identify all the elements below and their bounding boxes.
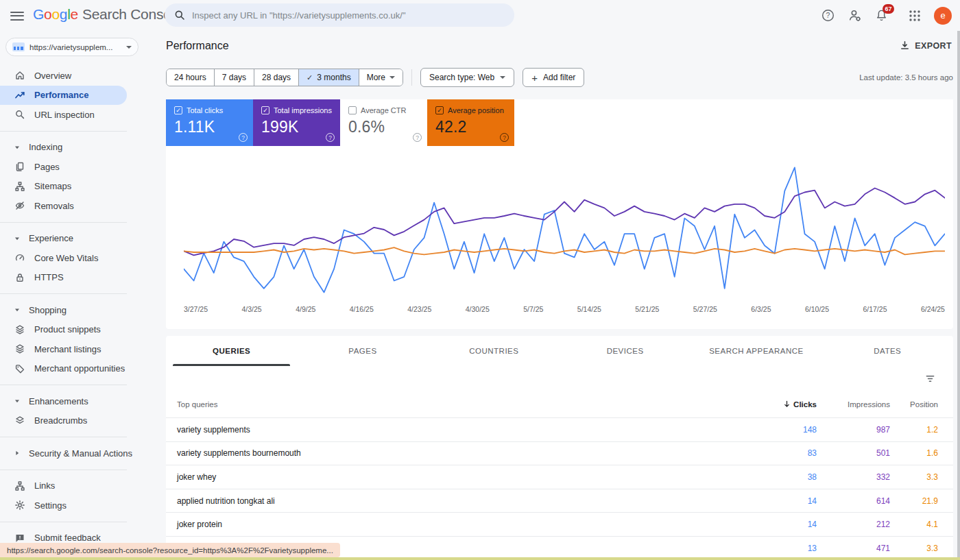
sidebar-item-https[interactable]: HTTPS	[0, 268, 144, 288]
sidebar-item-merchant-listings[interactable]: Merchant listings	[0, 339, 144, 359]
impressions-header[interactable]: Impressions	[817, 400, 890, 409]
url-inspect-searchbar[interactable]	[165, 3, 514, 27]
sidebar-item-pages[interactable]: Pages	[0, 157, 144, 177]
property-selector[interactable]: https://varietysupplem...	[5, 38, 139, 56]
help-icon[interactable]: ?	[413, 133, 422, 142]
sidebar-section-shopping[interactable]: Shopping	[0, 300, 144, 320]
app-logo[interactable]: Google Search Console	[33, 6, 182, 23]
removals-icon	[14, 200, 25, 212]
tab-devices[interactable]: DEVICES	[560, 336, 691, 366]
chevron-down-icon	[126, 46, 132, 49]
filter-funnel-icon[interactable]	[925, 374, 935, 384]
clicks-cell: 148	[748, 425, 817, 435]
product-snippets-icon	[14, 324, 25, 335]
top-queries-header: Top queries	[166, 400, 748, 409]
tab-dates[interactable]: DATES	[822, 336, 953, 366]
help-icon[interactable]: ?	[326, 133, 335, 142]
table-row[interactable]: variety supplements1489871.2	[166, 418, 953, 442]
tab-countries[interactable]: COUNTRIES	[429, 336, 560, 366]
x-tick-label: 4/9/25	[296, 305, 315, 313]
tab-queries[interactable]: QUERIES	[166, 336, 297, 366]
range-chip-24-hours[interactable]: 24 hours	[167, 69, 215, 86]
google-apps-grid-icon[interactable]	[907, 8, 922, 23]
table-row[interactable]: joker whey383323.3	[166, 465, 953, 489]
sidebar-item-label: Overview	[34, 71, 71, 81]
filter-row: 24 hours7 days28 days✓3 monthsMore Searc…	[166, 68, 953, 87]
sidebar-item-performance[interactable]: Performance	[0, 86, 127, 106]
sidebar-item-label: Sitemaps	[34, 181, 71, 191]
export-button[interactable]: EXPORT	[900, 40, 952, 51]
sidebar-section-enhancements[interactable]: Enhancements	[0, 391, 144, 411]
menu-icon[interactable]	[10, 9, 24, 21]
property-thumbnail-icon	[12, 42, 25, 51]
tab-pages[interactable]: PAGES	[297, 336, 428, 366]
vertical-scrollbar[interactable]	[957, 31, 960, 560]
position-cell: 21.9	[890, 496, 953, 506]
sidebar-item-removals[interactable]: Removals	[0, 196, 144, 216]
url-inspect-input[interactable]	[192, 10, 505, 21]
metric-card-average-position[interactable]: ✓Average position42.2?	[427, 99, 514, 146]
chevron-down-icon	[500, 76, 505, 79]
help-icon[interactable]: ?	[820, 8, 835, 23]
checkbox-checked-icon[interactable]: ✓	[174, 106, 182, 114]
account-avatar[interactable]: e	[934, 7, 952, 25]
sidebar-item-label: Indexing	[29, 142, 62, 152]
sidebar-divider	[0, 131, 127, 132]
sidebar-item-breadcrumbs[interactable]: Breadcrumbs	[0, 411, 144, 431]
impressions-cell: 987	[817, 425, 890, 435]
https-lock-icon	[14, 271, 25, 283]
range-chip-3-months[interactable]: ✓3 months	[299, 69, 359, 86]
sidebar-item-label: HTTPS	[34, 272, 64, 282]
sidebar-item-core-web-vitals[interactable]: Core Web Vitals	[0, 248, 144, 268]
sidebar-item-label: Merchant listings	[34, 344, 101, 354]
sidebar-item-label: Pages	[34, 162, 60, 172]
checkbox-unchecked-icon[interactable]	[348, 106, 357, 114]
clicks-header[interactable]: Clicks	[748, 400, 817, 409]
tab-search-appearance[interactable]: SEARCH APPEARANCE	[691, 336, 821, 366]
range-chip-7-days[interactable]: 7 days	[215, 69, 254, 86]
sidebar-section-indexing[interactable]: Indexing	[0, 138, 144, 158]
metric-card-total-clicks[interactable]: ✓Total clicks1.11K?	[166, 99, 253, 146]
checkbox-checked-icon[interactable]: ✓	[261, 106, 269, 114]
sidebar-divider	[0, 470, 127, 470]
search-type-chip[interactable]: Search type: Web	[420, 68, 514, 87]
sidebar-item-merchant-opportunities[interactable]: Merchant opportunities	[0, 359, 144, 379]
metric-card-total-impressions[interactable]: ✓Total impressions199K?	[253, 99, 340, 146]
range-chip-more[interactable]: More	[359, 69, 403, 86]
help-icon[interactable]: ?	[500, 133, 509, 142]
clicks-cell: 13	[748, 544, 817, 553]
sidebar-item-links[interactable]: Links	[0, 476, 144, 496]
table-row[interactable]: variety supplements bournemouth835011.6	[166, 442, 953, 466]
user-settings-icon[interactable]	[847, 8, 862, 23]
position-header[interactable]: Position	[890, 400, 953, 409]
table-row[interactable]: joker protein142124.1	[166, 513, 953, 537]
x-tick-label: 5/7/25	[523, 305, 543, 313]
table-row[interactable]: applied nutrition tongkat ali1461421.9	[166, 489, 953, 513]
range-chip-28-days[interactable]: 28 days	[254, 69, 299, 86]
range-chip-label: 28 days	[262, 73, 291, 82]
caret-down-icon	[11, 395, 23, 407]
add-filter-chip[interactable]: + Add filter	[523, 68, 584, 87]
x-tick-label: 6/24/25	[921, 305, 945, 313]
sidebar-section-experience[interactable]: Experience	[0, 229, 144, 249]
sidebar-item-settings[interactable]: Settings	[0, 496, 144, 515]
checkbox-checked-icon[interactable]: ✓	[435, 106, 444, 114]
metric-card-average-ctr[interactable]: Average CTR0.6%?	[340, 99, 427, 146]
caret-down-icon	[11, 141, 23, 153]
metric-card-label-row: ✓Total clicks	[174, 106, 246, 114]
position-cell: 4.1	[890, 520, 953, 529]
help-icon[interactable]: ?	[239, 133, 248, 142]
notifications-bell-icon[interactable]: 67	[874, 8, 889, 23]
sidebar-item-product-snippets[interactable]: Product snippets	[0, 320, 144, 340]
sidebar-item-sitemaps[interactable]: Sitemaps	[0, 177, 144, 197]
metric-label: Total clicks	[187, 106, 223, 114]
sidebar-divider	[0, 437, 127, 437]
sidebar-section-security-manual-actions[interactable]: Security & Manual Actions	[0, 443, 144, 463]
sidebar-item-overview[interactable]: Overview	[0, 66, 144, 86]
sidebar-item-label: URL inspection	[34, 110, 95, 120]
sidebar-item-url-inspection[interactable]: URL inspection	[0, 105, 144, 125]
svg-text:?: ?	[826, 12, 830, 19]
performance-chart	[184, 160, 945, 300]
merchant-opportunities-icon	[14, 363, 25, 374]
position-cell: 3.3	[890, 544, 953, 553]
